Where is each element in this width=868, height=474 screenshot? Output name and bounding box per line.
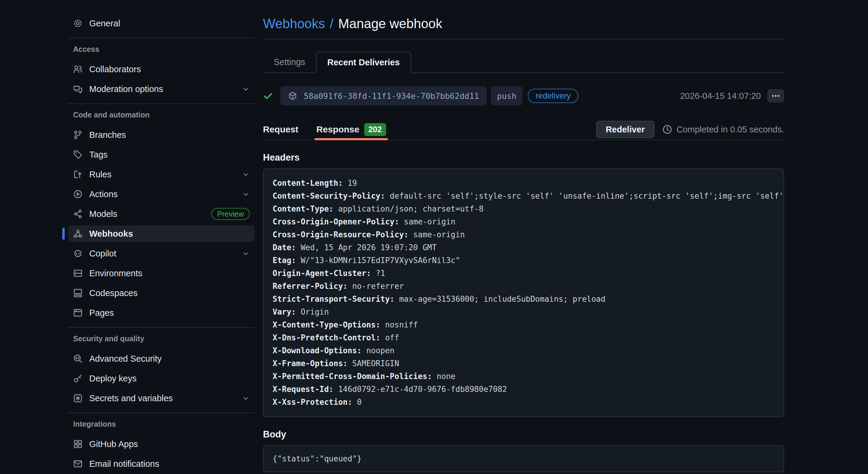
sidebar-item-secrets-and-variables[interactable]: Secrets and variables (68, 390, 255, 407)
response-header-row: Content-Type: application/json; charset=… (273, 203, 783, 215)
sidebar-item-webhooks[interactable]: Webhooks (68, 225, 255, 242)
chevron-down-icon (242, 85, 250, 93)
response-header-name: X-Download-Options: (273, 346, 362, 355)
preview-badge: Preview (211, 208, 250, 220)
response-header-name: Vary: (273, 307, 296, 317)
sidebar-item-branches[interactable]: Branches (68, 126, 255, 143)
sidebar-divider (68, 38, 255, 38)
response-header-value: application/json; charset=utf-8 (334, 204, 484, 213)
sidebar-section-title: Access (73, 45, 250, 54)
sidebar-item-email-notifications[interactable]: Email notifications (68, 455, 255, 472)
response-header-row: X-Xss-Protection: 0 (273, 396, 783, 409)
sidebar-divider (68, 327, 255, 328)
webhook-icon (73, 229, 83, 238)
sidebar-item-label: Collaborators (89, 64, 141, 74)
sidebar-item-label: Deploy keys (89, 374, 136, 384)
sidebar-divider (68, 103, 255, 104)
response-header-row: X-Download-Options: noopen (273, 344, 783, 357)
response-header-value: noopen (362, 346, 395, 355)
response-header-value: 0 (352, 397, 362, 407)
delivery-options-button[interactable] (767, 89, 784, 102)
page-tabs: Settings Recent Deliveries (263, 52, 784, 73)
sidebar-item-label: Actions (89, 189, 118, 199)
sidebar-item-pages[interactable]: Pages (68, 304, 255, 321)
server-icon (73, 268, 83, 278)
package-icon (288, 91, 297, 100)
sidebar-item-label: Secrets and variables (89, 393, 173, 403)
redelivery-badge: redelivery (528, 89, 578, 103)
kebab-icon (771, 91, 780, 100)
sidebar-section-title: Security and quality (73, 334, 250, 343)
people-icon (73, 64, 83, 74)
response-header-name: X-Dns-Prefetch-Control: (273, 333, 380, 342)
sidebar-item-actions[interactable]: Actions (68, 186, 255, 203)
response-body-content: {"status":"queued"} (273, 454, 362, 463)
chevron-down-icon (242, 249, 250, 258)
sidebar-divider (68, 413, 255, 413)
response-header-row: Etag: W/"13-kDMNri157EdIP7VXyvSA6rNil3c" (273, 254, 783, 267)
response-header-value: W/"13-kDMNri157EdIP7VXyvSA6rNil3c" (296, 256, 460, 265)
response-header-value: 19 (343, 179, 357, 187)
sidebar-item-environments[interactable]: Environments (68, 265, 255, 282)
git-branch-icon (73, 130, 83, 140)
settings-sidebar: GeneralAccessCollaboratorsModeration opt… (0, 0, 255, 474)
response-header-value: default-src 'self';style-src 'self' 'uns… (385, 191, 784, 201)
delivery-success-check-icon (263, 91, 273, 101)
tab-response[interactable]: Response 202 (316, 119, 386, 140)
copilot-icon (73, 249, 83, 258)
response-header-value: off (380, 333, 399, 342)
response-header-name: X-Content-Type-Options: (273, 320, 380, 329)
sidebar-item-label: Codespaces (89, 288, 137, 298)
sidebar-item-deploy-keys[interactable]: Deploy keys (68, 370, 255, 387)
response-headers-box: Content-Length: 19Content-Security-Polic… (263, 168, 784, 417)
sidebar-item-moderation-options[interactable]: Moderation options (68, 81, 255, 97)
response-header-value: nosniff (380, 320, 418, 329)
main-content: Webhooks / Manage webhook Settings Recen… (255, 0, 868, 474)
sidebar-item-label: Tags (89, 150, 107, 160)
delivery-guid[interactable]: 58a091f6-38fd-11f1-934e-70b7bb62dd11 (280, 86, 487, 106)
delivery-timestamp: 2026-04-15 14:07:20 (680, 91, 761, 101)
sidebar-item-codespaces[interactable]: Codespaces (68, 285, 255, 301)
sidebar-item-label: Pages (89, 308, 114, 318)
response-header-value: SAMEORIGIN (347, 359, 399, 368)
sidebar-item-collaborators[interactable]: Collaborators (68, 61, 255, 78)
tab-request[interactable]: Request (263, 119, 298, 140)
browser-icon (73, 308, 83, 318)
response-header-value: 146d0792-e71c-4d70-9676-fdb8980e7082 (334, 385, 507, 394)
header-divider (263, 39, 784, 39)
comment-discussion-icon (73, 84, 83, 94)
sidebar-item-label: Moderation options (89, 84, 163, 94)
delivery-guid-text: 58a091f6-38fd-11f1-934e-70b7bb62dd11 (304, 91, 479, 101)
webhook-settings-page: GeneralAccessCollaboratorsModeration opt… (0, 0, 868, 474)
redeliver-button[interactable]: Redeliver (596, 121, 654, 138)
key-icon (73, 374, 83, 383)
response-header-value: same-origin (399, 217, 456, 226)
sidebar-item-tags[interactable]: Tags (68, 146, 255, 163)
completed-status: Completed in 0.05 seconds. (662, 124, 784, 135)
body-heading: Body (263, 429, 784, 440)
chevron-down-icon (242, 171, 250, 179)
headers-heading: Headers (263, 152, 784, 163)
sidebar-item-github-apps[interactable]: GitHub Apps (68, 436, 255, 452)
sidebar-item-label: Rules (89, 170, 112, 179)
sidebar-item-label: Webhooks (89, 229, 133, 239)
sidebar-item-advanced-security[interactable]: Advanced Security (68, 350, 255, 367)
breadcrumb-separator: / (330, 16, 333, 31)
codespaces-icon (73, 288, 83, 298)
play-icon (73, 189, 83, 199)
sidebar-item-models[interactable]: ModelsPreview (68, 206, 255, 222)
sidebar-nav: GeneralAccessCollaboratorsModeration opt… (68, 15, 255, 472)
tab-recent-deliveries[interactable]: Recent Deliveries (316, 52, 411, 73)
response-header-row: Cross-Origin-Opener-Policy: same-origin (273, 215, 783, 228)
tab-settings[interactable]: Settings (263, 52, 316, 72)
sidebar-item-general[interactable]: General (68, 15, 255, 32)
code-scan-icon (73, 354, 83, 363)
sidebar-item-label: Environments (89, 268, 142, 278)
sidebar-item-rules[interactable]: Rules (68, 166, 255, 183)
sidebar-item-copilot[interactable]: Copilot (68, 245, 255, 262)
completed-text: Completed in 0.05 seconds. (677, 125, 784, 135)
sidebar-section-title: Code and automation (73, 111, 250, 119)
response-header-row: X-Request-Id: 146d0792-e71c-4d70-9676-fd… (273, 383, 783, 396)
breadcrumb-webhooks-link[interactable]: Webhooks (263, 16, 325, 31)
gear-icon (73, 19, 83, 28)
